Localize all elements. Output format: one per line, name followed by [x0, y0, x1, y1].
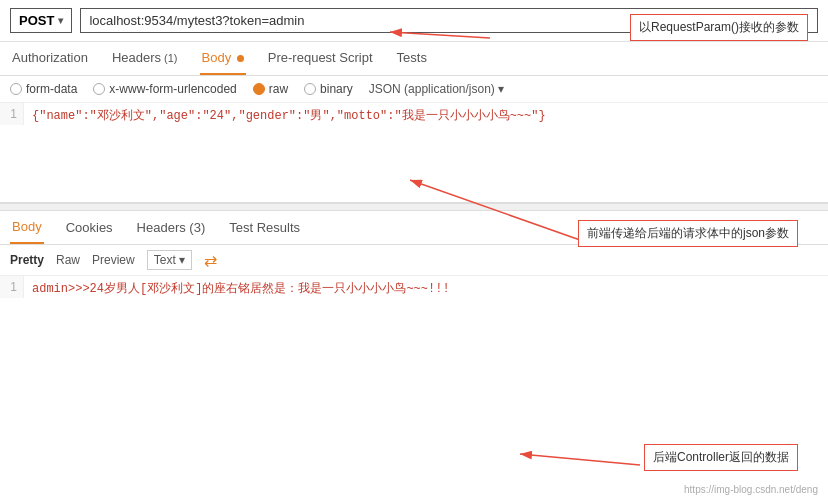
radio-binary [304, 83, 316, 95]
text-format-dropdown[interactable]: Text ▾ [147, 250, 192, 270]
watermark: https://img-blog.csdn.net/deng [684, 484, 818, 495]
response-tab-cookies[interactable]: Cookies [64, 212, 115, 243]
code-content-1[interactable]: {"name":"邓沙利文","age":"24","gender":"男","… [24, 103, 554, 128]
tab-pre-request[interactable]: Pre-request Script [266, 42, 375, 75]
method-arrow: ▾ [58, 15, 63, 26]
annotation-bottom: 后端Controller返回的数据 [644, 444, 798, 471]
wrap-icon[interactable]: ⇄ [204, 251, 217, 270]
tab-authorization[interactable]: Authorization [10, 42, 90, 75]
response-code-area: 1 admin>>>24岁男人[邓沙利文]的座右铭居然是：我是一只小小小小鸟~~… [0, 276, 828, 326]
response-tab-body[interactable]: Body [10, 211, 44, 244]
radio-form-data [10, 83, 22, 95]
annotation-middle: 前端传递给后端的请求体中的json参数 [578, 220, 798, 247]
line-number-1: 1 [0, 103, 24, 125]
response-tab-headers[interactable]: Headers (3) [135, 212, 208, 243]
pretty-tab-pretty[interactable]: Pretty [10, 253, 44, 267]
response-line-number-1: 1 [0, 276, 24, 298]
tab-headers[interactable]: Headers (1) [110, 42, 180, 75]
code-editor-area: 1 {"name":"邓沙利文","age":"24","gender":"男"… [0, 103, 828, 203]
body-options: form-data x-www-form-urlencoded raw bina… [0, 76, 828, 103]
method-dropdown[interactable]: POST ▾ [10, 8, 72, 33]
json-type-dropdown[interactable]: JSON (application/json) ▾ [369, 82, 504, 96]
option-form-data[interactable]: form-data [10, 82, 77, 96]
response-content-1: admin>>>24岁男人[邓沙利文]的座右铭居然是：我是一只小小小小鸟~~~!… [24, 276, 458, 301]
code-line-1: 1 {"name":"邓沙利文","age":"24","gender":"男"… [0, 103, 828, 128]
response-line-1: 1 admin>>>24岁男人[邓沙利文]的座右铭居然是：我是一只小小小小鸟~~… [0, 276, 828, 301]
tab-tests[interactable]: Tests [395, 42, 429, 75]
response-tab-test-results[interactable]: Test Results [227, 212, 302, 243]
pretty-tab-preview[interactable]: Preview [92, 253, 135, 267]
body-dot [237, 55, 244, 62]
option-binary[interactable]: binary [304, 82, 353, 96]
annotation-top-right: 以RequestParam()接收的参数 [630, 14, 808, 41]
pretty-tab-raw[interactable]: Raw [56, 253, 80, 267]
option-raw[interactable]: raw [253, 82, 288, 96]
svg-line-3 [520, 454, 640, 465]
section-divider [0, 203, 828, 211]
tab-body[interactable]: Body [200, 42, 246, 75]
method-label: POST [19, 13, 54, 28]
radio-raw [253, 83, 265, 95]
pretty-bar: Pretty Raw Preview Text ▾ ⇄ [0, 245, 828, 276]
option-urlencoded[interactable]: x-www-form-urlencoded [93, 82, 236, 96]
nav-tabs: Authorization Headers (1) Body Pre-reque… [0, 42, 828, 76]
radio-urlencoded [93, 83, 105, 95]
